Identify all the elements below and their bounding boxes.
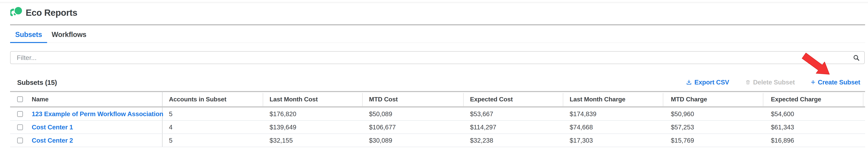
row-divider [10,147,865,147]
table-row: Cost Center 2 5 $32,155 $30,089 $32,238 … [0,134,868,147]
col-header-mtd-charge: MTD Charge [671,92,707,107]
cell-accounts-in-subset: 5 [169,134,173,147]
cell-last-month-charge: $74,668 [570,121,593,134]
trash-icon [745,80,751,85]
row-checkbox[interactable] [17,124,23,130]
row-checkbox[interactable] [17,111,23,117]
cell-mtd-charge: $50,960 [671,108,694,121]
table-actions: Export CSV Delete Subset + Create Subset [686,78,860,87]
cell-accounts-in-subset: 4 [169,121,173,134]
tab-workflows[interactable]: Workflows [47,30,91,39]
eco-logo-icon [10,6,23,19]
cell-last-month-charge: $174,839 [570,108,596,121]
col-header-name: Name [32,92,49,107]
cell-expected-charge: $16,896 [771,134,794,147]
plus-icon: + [811,78,815,86]
col-header-accounts-in-subset: Accounts in Subset [169,92,226,107]
export-csv-label: Export CSV [694,79,729,86]
cell-mtd-cost: $50,089 [369,108,392,121]
cell-accounts-in-subset: 5 [169,108,173,121]
header-col-separator [763,93,763,106]
col-header-last-month-charge: Last Month Charge [570,92,625,107]
header-col-separator [663,93,663,106]
cell-expected-charge: $61,343 [771,121,794,134]
table-row: Cost Center 1 4 $139,649 $106,677 $114,2… [0,121,868,134]
row-checkbox[interactable] [17,138,23,143]
create-subset-label: Create Subset [818,79,860,86]
header-col-separator [362,93,363,106]
cell-expected-cost: $53,667 [470,108,493,121]
row-name-link[interactable]: Cost Center 2 [32,134,73,147]
page-title: Eco Reports [26,7,77,18]
col-header-mtd-cost: MTD Cost [369,92,398,107]
filter-input[interactable] [10,51,865,64]
create-subset-button[interactable]: + Create Subset [811,79,860,86]
header-col-separator [563,93,563,106]
eco-reports-page: Eco Reports Subsets Workflows Subsets (1… [0,0,868,151]
col-header-last-month-cost: Last Month Cost [270,92,318,107]
cell-expected-charge: $54,600 [771,108,794,121]
header-col-separator [263,93,263,106]
active-tab-underline [10,42,47,43]
delete-subset-button[interactable]: Delete Subset [745,79,795,86]
download-icon [686,80,692,85]
cell-mtd-charge: $57,253 [671,121,694,134]
cell-last-month-charge: $17,303 [570,134,593,147]
header-divider [10,24,865,25]
cell-last-month-cost: $32,155 [270,134,293,147]
delete-subset-label: Delete Subset [753,79,795,86]
row-name-link[interactable]: 123 Example of Perm Workflow Association [32,108,163,121]
cell-mtd-cost: $106,677 [369,121,396,134]
search-icon[interactable] [853,54,860,61]
table-header-row: Name Accounts in Subset Last Month Cost … [0,92,868,107]
cell-mtd-charge: $15,769 [671,134,694,147]
cell-mtd-cost: $30,089 [369,134,392,147]
header-col-separator [863,93,863,106]
cell-last-month-cost: $139,649 [270,121,297,134]
export-csv-button[interactable]: Export CSV [686,79,729,86]
top-shadow [0,2,868,4]
cell-last-month-cost: $176,820 [270,108,297,121]
col-header-expected-cost: Expected Cost [470,92,513,107]
cell-expected-cost: $32,238 [470,134,493,147]
table-row: 123 Example of Perm Workflow Association… [0,108,868,121]
col-header-expected-charge: Expected Charge [771,92,821,107]
header-col-separator [463,93,464,106]
tab-subsets[interactable]: Subsets [10,30,47,39]
select-all-checkbox[interactable] [17,96,23,102]
row-name-link[interactable]: Cost Center 1 [32,121,73,134]
cell-expected-cost: $114,297 [470,121,496,134]
tabbar-baseline [10,42,865,43]
section-title: Subsets (15) [17,78,57,87]
